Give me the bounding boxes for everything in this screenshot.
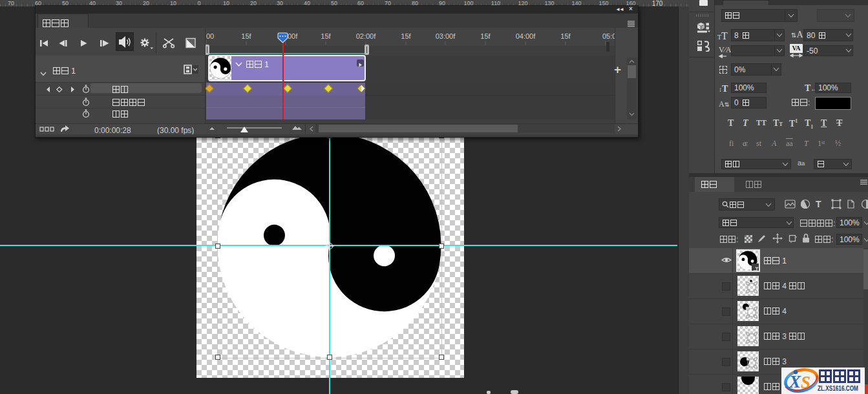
svg-text:T: T (816, 199, 821, 209)
svg-text:S: S (801, 373, 810, 392)
svg-text:X: X (789, 372, 801, 391)
